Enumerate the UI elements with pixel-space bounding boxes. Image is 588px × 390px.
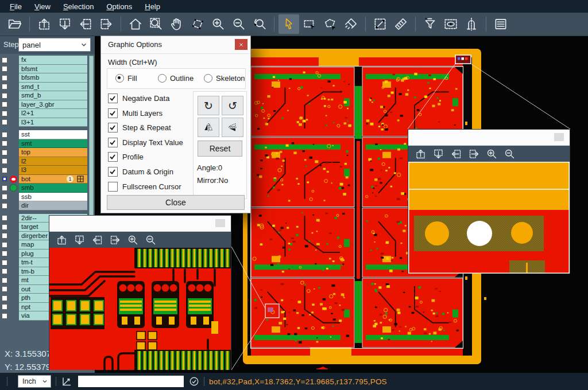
layer-checkbox-smb[interactable]: [1, 185, 8, 192]
zoom-window-1-view[interactable]: [49, 248, 231, 370]
layer-label-bot[interactable]: bot1: [19, 175, 87, 184]
layer-checkbox-via[interactable]: [1, 313, 8, 319]
layer-label-smt[interactable]: smt: [19, 139, 87, 149]
tool-pan-down-button[interactable]: [71, 233, 88, 247]
tool-filter-button[interactable]: [420, 14, 440, 34]
layer-checkbox-2dir--[interactable]: [1, 214, 8, 221]
flip-vertical-button[interactable]: [222, 118, 243, 137]
layer-checkbox-l2[interactable]: [1, 158, 8, 165]
dialog-close-button[interactable]: [235, 39, 247, 50]
layer-checkbox-fx[interactable]: [1, 57, 8, 64]
tool-zoom-in-button[interactable]: [483, 147, 501, 161]
layer-label-l3[interactable]: l3: [19, 166, 87, 175]
menu-view[interactable]: View: [28, 1, 57, 12]
layer-label-sst[interactable]: sst: [19, 130, 87, 139]
layer-checkbox-dirgerber[interactable]: [1, 232, 8, 239]
layer-checkbox-tm-b[interactable]: [1, 268, 8, 275]
layer-checkbox-l3+1[interactable]: [1, 119, 8, 126]
tool-pan-up-button[interactable]: [53, 233, 71, 247]
tool-open-folder-button[interactable]: [5, 14, 25, 34]
radio-skeleton[interactable]: Skeleton: [204, 74, 245, 83]
rotate-ccw-button[interactable]: ↺: [222, 96, 243, 115]
tool-rect-select-button[interactable]: [299, 14, 320, 34]
layer-checkbox-sst[interactable]: [1, 131, 8, 138]
layer-checkbox-bot[interactable]: [1, 176, 8, 182]
tool-pan-left-button[interactable]: [88, 233, 106, 247]
layer-checkbox-bfsmb[interactable]: [1, 75, 8, 81]
layer-label-smd_b[interactable]: smd_b: [19, 91, 87, 100]
close-button[interactable]: Close: [107, 195, 245, 210]
zoom-window-2-titlebar[interactable]: [408, 130, 570, 146]
layer-label-top[interactable]: top: [19, 148, 87, 157]
layer-label-smd_t[interactable]: smd_t: [19, 83, 87, 92]
layer-label-ssb[interactable]: ssb: [19, 193, 87, 202]
layer-checkbox-target[interactable]: [1, 224, 8, 231]
layer-label-l2+1[interactable]: l2+1: [19, 109, 87, 118]
tool-inspect-eye-button[interactable]: [440, 14, 461, 34]
tool-zoom-polygon-button[interactable]: [187, 14, 208, 34]
tool-zoom-region-button[interactable]: [146, 14, 167, 34]
tool-brush-clean-button[interactable]: [341, 14, 361, 34]
zoom-window-2-button[interactable]: [554, 133, 564, 141]
angle-tool-icon[interactable]: [61, 376, 72, 387]
tool-pan-right-button[interactable]: [96, 14, 117, 34]
tool-ruler-button[interactable]: [390, 14, 411, 34]
layer-checkbox-pth[interactable]: [1, 295, 8, 302]
layer-label-smb[interactable]: smb: [19, 184, 87, 193]
layer-label-l3+1[interactable]: l3+1: [19, 118, 87, 127]
unit-select[interactable]: Inch: [18, 375, 51, 388]
layer-checkbox-smd_t[interactable]: [1, 83, 8, 90]
tool-zoom-out-button[interactable]: [142, 233, 160, 247]
checkbox-fullscreen-cursor[interactable]: Fullscreen Cursor: [108, 182, 181, 192]
layer-checkbox-bfsmt[interactable]: [1, 65, 8, 72]
layer-label-l2[interactable]: l2: [19, 157, 87, 166]
layer-checkbox-l2+1[interactable]: [1, 110, 8, 117]
menu-options[interactable]: Options: [100, 1, 138, 12]
tool-pan-hand-button[interactable]: [167, 14, 187, 34]
zoom-window-1-button[interactable]: [215, 219, 225, 227]
layer-label-layer_3.gbr[interactable]: layer_3.gbr: [19, 100, 87, 110]
tool-pan-up-button[interactable]: [412, 147, 430, 161]
checkbox-negative-data[interactable]: Negative Data: [108, 93, 169, 103]
checkbox-step-repeat[interactable]: Step & Repeat: [108, 123, 171, 132]
checkbox-multi-layers[interactable]: Multi Layers: [108, 108, 163, 118]
tool-measure-distance-button[interactable]: [370, 14, 390, 34]
tool-zoom-out-button[interactable]: [229, 14, 249, 34]
tool-pan-up-button[interactable]: [34, 14, 55, 34]
layer-checkbox-smd_b[interactable]: [1, 92, 8, 99]
step-select[interactable]: panel: [18, 38, 91, 52]
layer-checkbox-npt[interactable]: [1, 303, 8, 310]
menu-file[interactable]: File: [3, 1, 28, 12]
zoom-window-2-view[interactable]: [408, 162, 570, 274]
layer-checkbox-out[interactable]: [1, 286, 8, 292]
layer-label-fx[interactable]: fx: [19, 56, 87, 65]
tool-zoom-previous-button[interactable]: [249, 14, 270, 34]
tool-snap-magnet-button[interactable]: [461, 14, 482, 34]
layer-checkbox-ssb[interactable]: [1, 193, 8, 200]
zoom-window-1-titlebar[interactable]: [49, 216, 231, 232]
tool-pan-down-button[interactable]: [430, 147, 447, 161]
tool-pan-down-button[interactable]: [55, 14, 75, 34]
tool-polygon-select-button[interactable]: [320, 14, 341, 34]
layer-label-bfsmb[interactable]: bfsmb: [19, 73, 87, 83]
radio-fill[interactable]: Fill: [115, 74, 137, 83]
layer-checkbox-dir[interactable]: [1, 202, 8, 209]
command-input[interactable]: [78, 376, 184, 387]
tool-home-button[interactable]: [125, 14, 146, 34]
tool-pan-left-button[interactable]: [75, 14, 96, 34]
layer-checkbox-map[interactable]: [1, 241, 8, 248]
tool-pan-right-button[interactable]: [106, 233, 124, 247]
reset-button[interactable]: Reset: [198, 141, 242, 157]
layer-active-dot-red[interactable]: [10, 176, 17, 183]
layer-checkbox-layer_3.gbr[interactable]: [1, 101, 8, 108]
radio-outline[interactable]: Outline: [158, 74, 194, 83]
menu-selection[interactable]: Selection: [57, 1, 100, 12]
dialog-titlebar[interactable]: Graphic Options: [101, 36, 250, 54]
checkbox-datum-origin[interactable]: Datum & Origin: [108, 167, 173, 177]
checkbox-display-text-value[interactable]: Display Text Value: [108, 138, 183, 147]
layer-checkbox-tm-t[interactable]: [1, 259, 8, 266]
layer-active-dot-green[interactable]: [10, 184, 17, 192]
rotate-cw-button[interactable]: ↻: [198, 96, 219, 115]
layer-checkbox-l3[interactable]: [1, 167, 8, 174]
tool-zoom-out-button[interactable]: [501, 147, 519, 161]
